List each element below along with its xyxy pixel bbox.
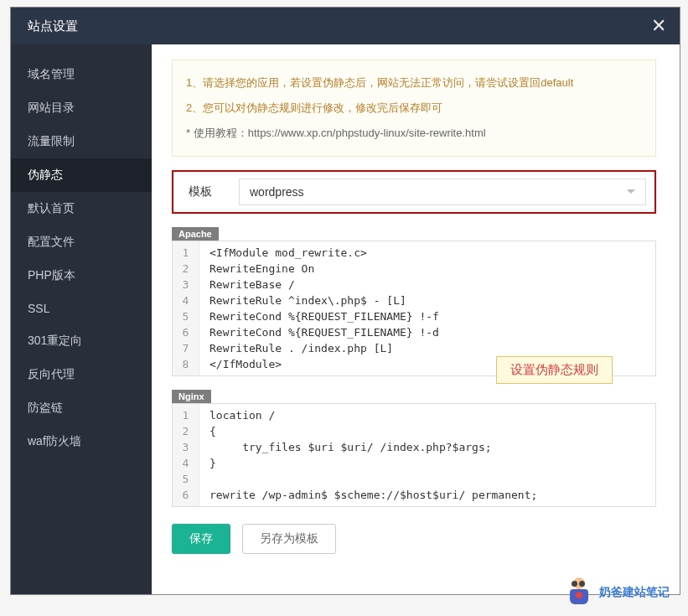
apache-code[interactable]: <IfModule mod_rewrite.c> RewriteEngine O… bbox=[199, 241, 449, 375]
watermark-text: 奶爸建站笔记 bbox=[599, 585, 670, 600]
info-line-2: 2、您可以对伪静态规则进行修改，修改完后保存即可 bbox=[186, 96, 642, 121]
sidebar-item-traffic[interactable]: 流量限制 bbox=[11, 125, 152, 158]
sidebar-item-hotlink[interactable]: 防盗链 bbox=[11, 391, 152, 425]
tutorial-link[interactable]: https://www.xp.cn/phpstudy-linux/site-re… bbox=[248, 127, 486, 139]
save-button[interactable]: 保存 bbox=[172, 524, 230, 554]
sidebar-item-default-page[interactable]: 默认首页 bbox=[11, 192, 152, 225]
save-as-template-button[interactable]: 另存为模板 bbox=[242, 524, 336, 554]
sidebar-item-rewrite[interactable]: 伪静态 bbox=[11, 158, 152, 192]
sidebar-item-config[interactable]: 配置文件 bbox=[11, 225, 152, 259]
apache-section: Apache 12345678 <IfModule mod_rewrite.c>… bbox=[172, 225, 656, 376]
watermark: 奶爸建站笔记 bbox=[564, 576, 670, 609]
apache-gutter: 12345678 bbox=[173, 241, 199, 375]
nginx-gutter: 123456 bbox=[173, 404, 199, 506]
main-content: 1、请选择您的应用，若设置伪静态后，网站无法正常访问，请尝试设置回default… bbox=[152, 44, 680, 594]
template-selected-value: wordpress bbox=[250, 185, 304, 199]
sidebar-item-301[interactable]: 301重定向 bbox=[11, 324, 152, 358]
sidebar-item-proxy[interactable]: 反向代理 bbox=[11, 358, 152, 391]
modal-header: 站点设置 ✕ bbox=[11, 8, 680, 44]
modal-title: 站点设置 bbox=[28, 18, 78, 34]
sidebar: 域名管理 网站目录 流量限制 伪静态 默认首页 配置文件 PHP版本 SSL 3… bbox=[11, 44, 152, 594]
close-icon[interactable]: ✕ bbox=[651, 17, 666, 35]
site-settings-modal: 站点设置 ✕ 域名管理 网站目录 流量限制 伪静态 默认首页 配置文件 PHP版… bbox=[10, 7, 680, 595]
info-line-3: * 使用教程：https://www.xp.cn/phpstudy-linux/… bbox=[186, 121, 642, 146]
sidebar-item-domain[interactable]: 域名管理 bbox=[11, 58, 152, 91]
button-row: 保存 另存为模板 bbox=[172, 524, 656, 554]
template-row: 模板 wordpress bbox=[172, 170, 656, 214]
info-line-1: 1、请选择您的应用，若设置伪静态后，网站无法正常访问，请尝试设置回default bbox=[186, 70, 642, 96]
info-box: 1、请选择您的应用，若设置伪静态后，网站无法正常访问，请尝试设置回default… bbox=[172, 60, 656, 157]
annotation-label: 设置伪静态规则 bbox=[496, 356, 613, 384]
chevron-down-icon bbox=[627, 189, 635, 194]
template-select[interactable]: wordpress bbox=[239, 179, 646, 205]
template-label: 模板 bbox=[182, 184, 239, 199]
nginx-editor[interactable]: 123456 location / { try_files $uri $uri/… bbox=[172, 403, 656, 507]
nginx-label: Nginx bbox=[172, 390, 211, 403]
sidebar-item-waf[interactable]: waf防火墙 bbox=[11, 425, 152, 458]
sidebar-item-directory[interactable]: 网站目录 bbox=[11, 91, 152, 125]
sidebar-item-ssl[interactable]: SSL bbox=[11, 292, 152, 324]
nginx-code[interactable]: location / { try_files $uri $uri/ /index… bbox=[199, 404, 547, 506]
sidebar-item-php[interactable]: PHP版本 bbox=[11, 259, 152, 292]
watermark-avatar-icon bbox=[564, 576, 594, 609]
nginx-section: Nginx 123456 location / { try_files $uri… bbox=[172, 388, 656, 507]
apache-label: Apache bbox=[172, 227, 219, 241]
